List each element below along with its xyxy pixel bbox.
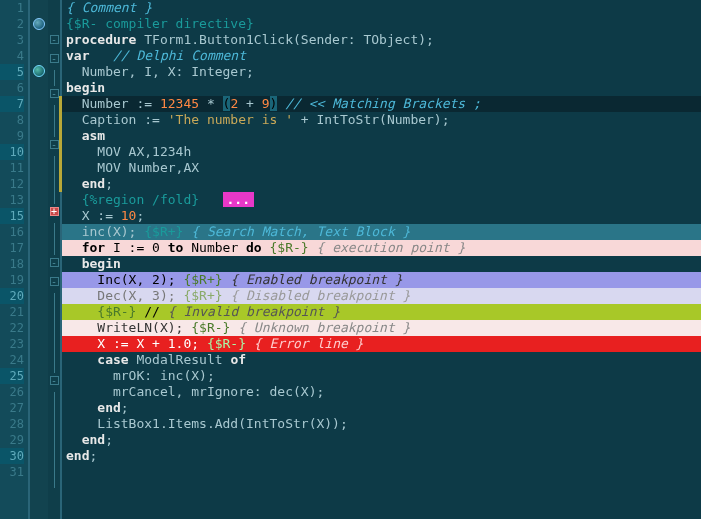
code-text: begin [62, 256, 701, 272]
code-line[interactable]: X := X + 1.0; {$R-} { Error line } [62, 336, 701, 352]
line-number: 30 [0, 448, 24, 464]
code-text: mrOK: inc(X); [62, 368, 701, 384]
line-number: 17 [0, 240, 24, 256]
code-line[interactable]: mrOK: inc(X); [62, 368, 701, 384]
code-line[interactable]: WriteLN(X); {$R-} { Unknown breakpoint } [62, 320, 701, 336]
line-number: 3 [0, 32, 24, 48]
code-editor[interactable]: { Comment }{$R- compiler directive}proce… [62, 0, 701, 519]
modified-marker [59, 112, 62, 128]
fold-empty [48, 488, 60, 504]
line-number: 24 [0, 352, 24, 368]
line-number: 20 [0, 288, 24, 304]
code-line[interactable]: X := 10; [62, 208, 701, 224]
marker-gutter [30, 0, 48, 519]
modified-marker [59, 144, 62, 160]
fold-expand-icon[interactable]: + [48, 207, 60, 223]
code-text: var // Delphi Comment [62, 48, 701, 64]
code-line[interactable]: mrCancel, mrIgnore: dec(X); [62, 384, 701, 400]
fold-collapse-icon[interactable]: - [48, 258, 60, 274]
code-text: X := X + 1.0; {$R-} { Error line } [62, 336, 701, 352]
line-number: 28 [0, 416, 24, 432]
code-text: { Comment } [62, 0, 701, 16]
code-line[interactable]: MOV AX,1234h [62, 144, 701, 160]
line-number: 2 [0, 16, 24, 32]
code-text: end; [62, 448, 701, 464]
line-number: 27 [0, 400, 24, 416]
bookmark-icon[interactable] [33, 18, 45, 30]
code-line[interactable]: MOV Number,AX [62, 160, 701, 176]
code-line[interactable]: begin [62, 80, 701, 96]
code-line[interactable]: var // Delphi Comment [62, 48, 701, 64]
fold-collapse-icon[interactable]: - [48, 54, 60, 70]
code-text: {$R- compiler directive} [62, 16, 701, 32]
code-text: procedure TForm1.Button1Click(Sender: TO… [62, 32, 701, 48]
code-text: Number, I, X: Integer; [62, 64, 701, 80]
fold-collapse-icon[interactable]: - [48, 277, 60, 293]
line-number: 6 [0, 80, 24, 96]
code-line[interactable]: case ModalResult of [62, 352, 701, 368]
code-text: WriteLN(X); {$R-} { Unknown breakpoint } [62, 320, 701, 336]
fold-empty [48, 16, 60, 32]
code-line[interactable]: {$R-} // { Invalid breakpoint } [62, 304, 701, 320]
code-line[interactable]: Inc(X, 2); {$R+} { Enabled breakpoint } [62, 272, 701, 288]
code-line[interactable]: end; [62, 176, 701, 192]
code-line[interactable]: Caption := 'The number is ' + IntToStr(N… [62, 112, 701, 128]
code-line[interactable]: asm [62, 128, 701, 144]
code-text: mrCancel, mrIgnore: dec(X); [62, 384, 701, 400]
line-number: 12 [0, 176, 24, 192]
code-text: Dec(X, 3); {$R+} { Disabled breakpoint } [62, 288, 701, 304]
code-line[interactable]: begin [62, 256, 701, 272]
line-number: 7 [0, 96, 24, 112]
fold-guide [48, 424, 60, 440]
line-number: 22 [0, 320, 24, 336]
code-line[interactable]: procedure TForm1.Button1Click(Sender: TO… [62, 32, 701, 48]
code-text: end; [62, 400, 701, 416]
line-number: 16 [0, 224, 24, 240]
fold-guide [48, 325, 60, 341]
line-number: 10 [0, 144, 24, 160]
code-text: MOV Number,AX [62, 160, 701, 176]
code-line[interactable]: for I := 0 to Number do {$R-} { executio… [62, 240, 701, 256]
code-line[interactable] [62, 464, 701, 480]
code-text: {%region /fold} ... [62, 192, 701, 208]
line-number: 29 [0, 432, 24, 448]
code-text: end; [62, 176, 701, 192]
code-text: asm [62, 128, 701, 144]
line-number: 11 [0, 160, 24, 176]
line-number: 19 [0, 272, 24, 288]
fold-guide [48, 408, 60, 424]
fold-empty [48, 0, 60, 16]
fold-collapse-icon[interactable]: - [48, 35, 60, 51]
code-line[interactable]: {%region /fold} ... [62, 192, 701, 208]
line-number: 26 [0, 384, 24, 400]
code-text: MOV AX,1234h [62, 144, 701, 160]
code-line[interactable]: end; [62, 448, 701, 464]
code-line[interactable]: { Comment } [62, 0, 701, 16]
fold-collapse-icon[interactable]: - [48, 376, 60, 392]
line-number: 8 [0, 112, 24, 128]
code-line[interactable]: end; [62, 400, 701, 416]
fold-guide [48, 70, 60, 86]
fold-guide [48, 341, 60, 357]
code-line[interactable]: inc(X); {$R+} { Search Match, Text Block… [62, 224, 701, 240]
modified-marker [59, 176, 62, 192]
code-line[interactable]: Dec(X, 3); {$R+} { Disabled breakpoint } [62, 288, 701, 304]
fold-guide [48, 223, 60, 239]
code-line[interactable]: ListBox1.Items.Add(IntToStr(X)); [62, 416, 701, 432]
code-line[interactable]: {$R- compiler directive} [62, 16, 701, 32]
bookmark-icon[interactable] [33, 65, 45, 77]
code-text: for I := 0 to Number do {$R-} { executio… [62, 240, 701, 256]
line-number: 31 [0, 464, 24, 480]
line-number: 23 [0, 336, 24, 352]
line-number: 13 [0, 192, 24, 208]
code-text: case ModalResult of [62, 352, 701, 368]
code-line[interactable]: Number := 12345 * (2 + 9) // << Matching… [62, 96, 701, 112]
code-text: begin [62, 80, 701, 96]
code-line[interactable]: Number, I, X: Integer; [62, 64, 701, 80]
code-text: {$R-} // { Invalid breakpoint } [62, 304, 701, 320]
code-line[interactable]: end; [62, 432, 701, 448]
code-text: end; [62, 432, 701, 448]
code-text: Number := 12345 * (2 + 9) // << Matching… [62, 96, 701, 112]
fold-guide [48, 357, 60, 373]
line-number: 18 [0, 256, 24, 272]
